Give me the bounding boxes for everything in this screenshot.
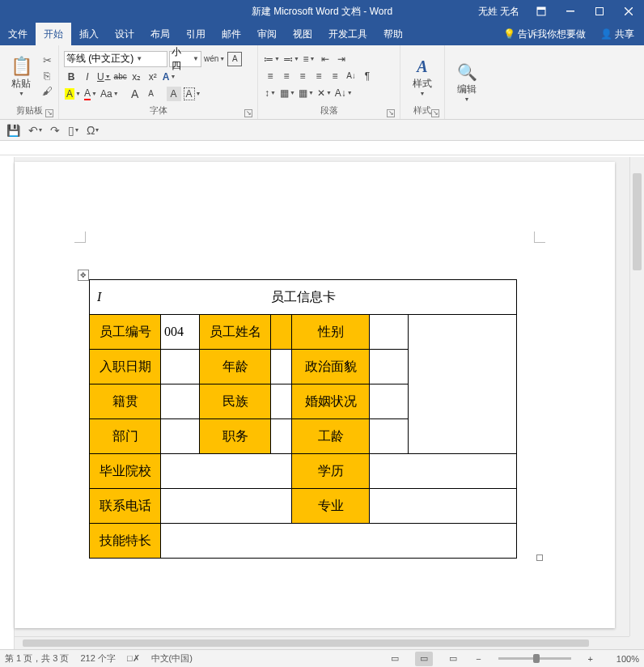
styles-launcher[interactable]: ↘ xyxy=(431,109,439,117)
close-button[interactable] xyxy=(616,2,641,20)
sort-button[interactable]: A↓ xyxy=(344,69,358,83)
cell-value[interactable] xyxy=(370,315,409,350)
highlight-button[interactable]: A▼ xyxy=(64,87,82,101)
tab-home[interactable]: 开始 xyxy=(36,23,71,45)
cell-value[interactable] xyxy=(370,384,409,419)
zoom-out-button[interactable]: − xyxy=(473,654,483,664)
cell-label[interactable]: 部门 xyxy=(90,419,161,454)
zoom-in-button[interactable]: + xyxy=(586,654,595,664)
cell-value[interactable] xyxy=(161,350,200,384)
editing-button[interactable]: 🔍 编辑 ▼ xyxy=(450,62,484,102)
cell-value[interactable] xyxy=(271,350,292,384)
cell-label[interactable]: 员工编号 xyxy=(90,315,161,350)
cell-value[interactable] xyxy=(161,419,200,454)
cell-label[interactable]: 籍贯 xyxy=(90,384,161,419)
tab-design[interactable]: 设计 xyxy=(107,23,142,45)
align-center-button[interactable]: ≡ xyxy=(279,69,294,83)
numbering-button[interactable]: ≕▼ xyxy=(282,52,300,66)
multilevel-button[interactable]: ≡▼ xyxy=(302,52,316,66)
cell-value[interactable] xyxy=(161,489,292,524)
decrease-indent-button[interactable]: ⇤ xyxy=(318,52,333,66)
cell-value[interactable] xyxy=(161,524,517,559)
table-resize-handle[interactable] xyxy=(536,554,543,561)
spellcheck-icon[interactable]: □✗ xyxy=(127,653,140,664)
cell-label[interactable]: 婚姻状况 xyxy=(292,384,370,419)
align-justify-button[interactable]: ≡ xyxy=(311,69,326,83)
paste-button[interactable]: 📋 粘贴 ▼ xyxy=(5,56,37,96)
shrink-font-button[interactable]: A xyxy=(144,87,159,101)
cell-value[interactable]: 004 xyxy=(161,315,200,350)
cell-value[interactable] xyxy=(370,454,517,489)
cell-label[interactable]: 员工姓名 xyxy=(200,315,271,350)
vertical-ruler[interactable] xyxy=(0,157,15,649)
page-indicator[interactable]: 第 1 页，共 3 页 xyxy=(5,652,69,665)
italic-button[interactable]: I xyxy=(80,70,95,84)
tab-insert[interactable]: 插入 xyxy=(71,23,107,45)
align-left-button[interactable]: ≡ xyxy=(263,69,278,83)
grow-font-button[interactable]: A xyxy=(128,87,142,101)
cell-label[interactable]: 工龄 xyxy=(292,419,370,454)
file-preview-button[interactable]: ▯▾ xyxy=(68,124,78,137)
clipboard-launcher[interactable]: ↘ xyxy=(45,109,53,117)
horizontal-scrollbar[interactable] xyxy=(15,636,629,649)
tell-me-search[interactable]: 💡告诉我你想要做 xyxy=(498,28,591,41)
horizontal-ruler[interactable] xyxy=(0,141,644,155)
table-title[interactable]: 员工信息卡 xyxy=(90,280,517,315)
bold-button[interactable]: B xyxy=(64,70,78,84)
scrollbar-thumb[interactable] xyxy=(23,639,589,647)
cell-label[interactable]: 民族 xyxy=(200,384,271,419)
strikethrough-button[interactable]: abc xyxy=(113,70,128,84)
font-launcher[interactable]: ↘ xyxy=(244,109,252,117)
paragraph-sort-button[interactable]: A↓▼ xyxy=(334,86,354,100)
zoom-slider-thumb[interactable] xyxy=(533,654,540,663)
vertical-scrollbar[interactable] xyxy=(629,157,644,636)
page[interactable]: ✥ I 员工信息卡 员工编号 004 员工姓名 性别 入职日期 年龄 政治面貌 … xyxy=(15,162,615,628)
tab-file[interactable]: 文件 xyxy=(0,23,36,45)
phonetic-guide-button[interactable]: wén▼ xyxy=(203,52,226,66)
save-button[interactable]: 💾 xyxy=(6,124,20,137)
subscript-button[interactable]: x₂ xyxy=(129,70,144,84)
view-print-layout[interactable]: ▭ xyxy=(415,652,433,666)
share-button[interactable]: 👤共享 xyxy=(595,28,639,41)
styles-button[interactable]: A 样式 ▼ xyxy=(405,56,439,96)
tab-help[interactable]: 帮助 xyxy=(375,23,411,45)
tab-developer[interactable]: 开发工具 xyxy=(320,23,375,45)
cell-label[interactable]: 性别 xyxy=(292,315,370,350)
paragraph-launcher[interactable]: ↘ xyxy=(387,109,395,117)
minimize-button[interactable] xyxy=(558,2,583,20)
asian-layout-button[interactable]: ✕▼ xyxy=(316,86,333,100)
view-web-layout[interactable]: ▭ xyxy=(444,652,462,666)
symbol-button[interactable]: Ω▾ xyxy=(87,124,99,137)
cell-value[interactable] xyxy=(161,384,200,419)
cell-label[interactable]: 技能特长 xyxy=(90,524,161,559)
borders-button[interactable]: ▦▼ xyxy=(298,86,315,100)
tab-mail[interactable]: 邮件 xyxy=(214,23,249,45)
view-read-mode[interactable]: ▭ xyxy=(386,652,404,666)
format-painter-button[interactable]: 🖌 xyxy=(40,85,53,97)
user-name[interactable]: 无姓 无名 xyxy=(478,5,524,19)
tab-review[interactable]: 审阅 xyxy=(249,23,285,45)
show-marks-button[interactable]: ¶ xyxy=(360,69,375,83)
word-count[interactable]: 212 个字 xyxy=(80,652,115,665)
ribbon-display-options-button[interactable] xyxy=(529,2,553,20)
change-case-button[interactable]: Aa▼ xyxy=(100,87,120,101)
language-indicator[interactable]: 中文(中国) xyxy=(151,652,193,665)
tab-view[interactable]: 视图 xyxy=(285,23,320,45)
superscript-button[interactable]: x² xyxy=(146,70,160,84)
font-family-selector[interactable]: 等线 (中文正文)▼ xyxy=(64,51,167,67)
text-effects-button[interactable]: A▼ xyxy=(162,70,177,84)
cell-value[interactable] xyxy=(370,419,409,454)
underline-button[interactable]: U▼ xyxy=(96,70,112,84)
tab-layout[interactable]: 布局 xyxy=(142,23,178,45)
bullets-button[interactable]: ≔▼ xyxy=(263,52,281,66)
cut-button[interactable]: ✂ xyxy=(40,54,53,66)
font-size-selector[interactable]: 小四▼ xyxy=(169,51,201,67)
font-color-button[interactable]: A▼ xyxy=(83,87,98,101)
table-move-handle[interactable]: ✥ xyxy=(78,270,89,281)
char-shading-button[interactable]: A xyxy=(167,87,181,101)
cell-label[interactable]: 学历 xyxy=(292,454,370,489)
cell-label[interactable]: 政治面貌 xyxy=(292,350,370,384)
cell-label[interactable]: 联系电话 xyxy=(90,489,161,524)
zoom-slider[interactable] xyxy=(498,657,571,660)
redo-button[interactable]: ↷ xyxy=(50,124,60,137)
